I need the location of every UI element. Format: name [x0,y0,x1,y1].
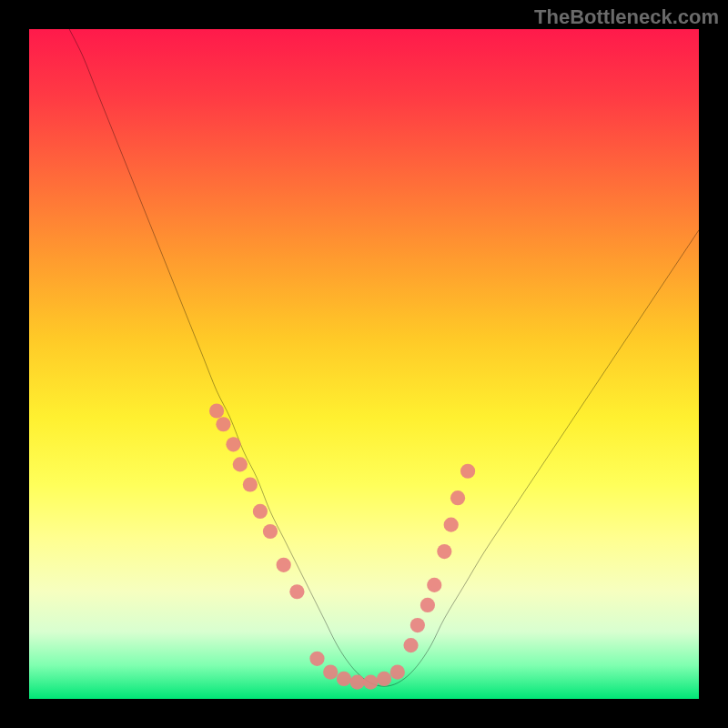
svg-point-19 [427,578,441,592]
svg-point-12 [350,675,365,690]
chart-frame: TheBottleneck.com [0,0,728,728]
svg-point-4 [243,477,258,491]
svg-point-15 [390,664,405,679]
watermark-text: TheBottleneck.com [534,5,719,29]
svg-point-10 [323,664,338,679]
svg-point-22 [450,490,465,505]
svg-point-2 [226,437,240,451]
svg-point-16 [403,638,418,652]
svg-point-7 [277,558,291,572]
svg-point-3 [233,457,248,471]
svg-point-20 [437,544,451,559]
svg-point-14 [377,672,391,686]
svg-point-13 [363,675,378,690]
svg-point-21 [444,518,459,532]
svg-point-9 [309,652,324,666]
data-dots [29,29,699,699]
svg-point-5 [253,504,268,519]
svg-point-17 [410,618,425,632]
svg-point-23 [460,464,475,479]
svg-point-11 [337,672,351,686]
svg-point-6 [263,524,278,539]
plot-area [29,29,699,699]
svg-point-0 [209,403,224,418]
svg-point-1 [216,417,230,431]
svg-point-18 [420,598,435,612]
svg-point-8 [289,584,304,599]
